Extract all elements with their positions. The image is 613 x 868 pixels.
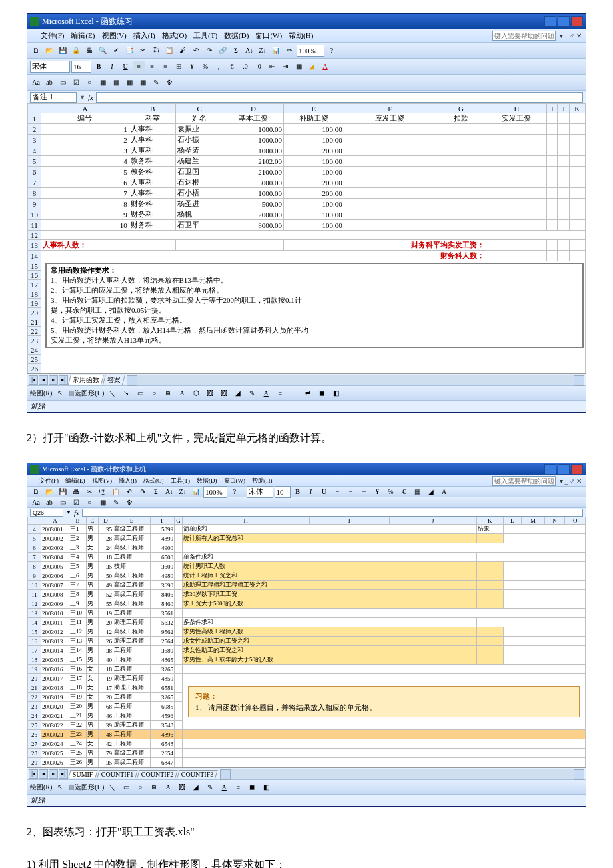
cell[interactable] xyxy=(503,637,585,646)
cell[interactable]: 女 xyxy=(87,665,99,674)
cell[interactable] xyxy=(344,177,436,188)
cell[interactable] xyxy=(344,124,436,135)
cell[interactable]: 200.00 xyxy=(283,177,344,188)
sheet-tab[interactable]: COUNTIF3 xyxy=(177,770,219,778)
cell[interactable]: 王1 xyxy=(69,525,87,534)
cell[interactable] xyxy=(344,220,436,231)
new-icon[interactable]: 🗋 xyxy=(30,45,42,57)
cell[interactable]: 1 xyxy=(41,124,129,135)
cell[interactable]: 100.00 xyxy=(283,135,344,145)
row-header[interactable]: 8 xyxy=(28,188,41,199)
workbook-close-button[interactable]: ▾ _ ♂ ✕ xyxy=(557,477,584,485)
cell[interactable]: 24 xyxy=(99,543,113,553)
horizontal-scrollbar[interactable] xyxy=(220,769,584,779)
tab-nav-first-icon[interactable]: |◂ xyxy=(29,769,38,779)
cell[interactable]: 2003008 xyxy=(41,590,69,599)
cell[interactable] xyxy=(436,124,486,135)
cell[interactable] xyxy=(344,188,436,199)
cell-question[interactable]: 求男性高级工程师人数 xyxy=(183,627,477,637)
row-header[interactable]: 7 xyxy=(28,177,41,188)
cell[interactable]: 5000.00 xyxy=(223,177,283,188)
select-all-corner[interactable] xyxy=(28,517,41,525)
borders-icon[interactable]: ▦ xyxy=(412,486,424,498)
cell[interactable]: 王15 xyxy=(69,655,87,665)
row-header[interactable]: 4 xyxy=(28,145,41,156)
cell[interactable] xyxy=(476,618,585,627)
rectangle-icon[interactable]: ▭ xyxy=(134,387,146,399)
open-icon[interactable]: 📂 xyxy=(43,45,55,57)
cell[interactable] xyxy=(175,599,183,609)
cell[interactable]: 王18 xyxy=(69,683,87,693)
sheet-tab[interactable]: COUNTIF2 xyxy=(137,770,178,778)
cell[interactable]: 6548 xyxy=(151,739,175,749)
cell[interactable]: 2003010 xyxy=(41,609,69,618)
cell[interactable] xyxy=(175,618,183,627)
redo-icon[interactable]: ↷ xyxy=(137,486,149,498)
cell[interactable]: 6 xyxy=(41,177,129,188)
cell[interactable]: 2003015 xyxy=(41,655,69,665)
cell[interactable]: 王9 xyxy=(69,599,87,609)
select-all-corner[interactable] xyxy=(28,104,41,113)
row-header[interactable]: 21 xyxy=(28,317,41,327)
cell[interactable]: 2003012 xyxy=(41,627,69,637)
cell[interactable]: 38 xyxy=(99,646,113,655)
italic-icon[interactable]: I xyxy=(305,486,317,498)
cut-icon[interactable]: ✂ xyxy=(137,45,149,57)
underline-icon[interactable]: U xyxy=(318,486,330,498)
cell[interactable]: 2003009 xyxy=(41,599,69,609)
cell[interactable]: 2003016 xyxy=(41,665,69,674)
redo-icon[interactable]: ↷ xyxy=(203,45,215,57)
cell-answer[interactable] xyxy=(476,571,503,581)
cell[interactable]: 助理工程师 xyxy=(113,637,151,646)
tab-nav-last-icon[interactable]: ▸| xyxy=(59,769,68,779)
cell[interactable]: 工程师 xyxy=(113,665,151,674)
cell[interactable]: 男 xyxy=(87,553,99,562)
cell[interactable]: 杨建兰 xyxy=(176,156,223,167)
cell[interactable] xyxy=(486,156,547,167)
cell[interactable]: 女 xyxy=(87,543,99,553)
cell[interactable]: 2003007 xyxy=(41,581,69,590)
align-left-icon[interactable]: ≡ xyxy=(332,486,344,498)
cell[interactable]: 工程师 xyxy=(113,730,151,739)
select-objects-icon[interactable]: ↖ xyxy=(54,387,66,399)
menu-file[interactable]: 文件(F) xyxy=(37,477,61,485)
tab-nav-next-icon[interactable]: ▸ xyxy=(49,769,58,779)
cell[interactable] xyxy=(558,220,569,231)
line-color-icon[interactable]: ✎ xyxy=(246,387,258,399)
cell[interactable]: 高级工程师 xyxy=(113,543,151,553)
cell-question[interactable]: 统计男职工人数 xyxy=(183,562,477,571)
row-header[interactable]: 19 xyxy=(28,665,41,674)
cell[interactable]: 工程师 xyxy=(113,553,151,562)
cell[interactable] xyxy=(558,240,569,251)
row-header[interactable]: 25 xyxy=(28,355,41,364)
cell[interactable]: 杨圣涛 xyxy=(176,145,223,156)
cell[interactable]: 2003014 xyxy=(41,646,69,655)
cell[interactable]: 3 xyxy=(41,145,129,156)
cell[interactable] xyxy=(175,609,183,618)
col-header[interactable]: L xyxy=(503,517,521,525)
row-header[interactable]: 27 xyxy=(28,739,41,749)
cell[interactable]: 王23 xyxy=(69,730,87,739)
titlebar[interactable]: Microsoft Excel - 函数-计数求和上机 xyxy=(27,463,586,475)
col-header[interactable]: M xyxy=(521,517,544,525)
menu-format[interactable]: 格式(O) xyxy=(159,31,189,41)
cell[interactable]: 王19 xyxy=(69,693,87,702)
draw-menu[interactable]: 绘图(R) xyxy=(30,783,52,792)
tool-icon[interactable]: ⚙ xyxy=(123,497,135,509)
merge-center-icon[interactable]: ⊞ xyxy=(173,61,185,73)
cell[interactable]: 王26 xyxy=(69,758,87,767)
cell-label[interactable]: 人事科人数： xyxy=(41,240,129,251)
cell[interactable]: 100.00 xyxy=(283,209,344,220)
cell[interactable] xyxy=(175,674,183,683)
cell[interactable]: 人事科 xyxy=(129,177,176,188)
worksheet-grid[interactable]: A B C D E F G H I J K 1 编号 科室 姓名 基本工资 补助… xyxy=(27,103,586,373)
row-header[interactable]: 10 xyxy=(28,581,41,590)
cell[interactable]: 1000.00 xyxy=(223,188,283,199)
cell[interactable]: 王6 xyxy=(69,571,87,581)
row-header[interactable]: 6 xyxy=(28,167,41,177)
cell[interactable]: 20 xyxy=(99,693,113,702)
print-icon[interactable]: 🖶 xyxy=(83,45,95,57)
cell[interactable] xyxy=(436,220,486,231)
cell[interactable] xyxy=(486,177,547,188)
cell[interactable]: 20 xyxy=(99,618,113,627)
